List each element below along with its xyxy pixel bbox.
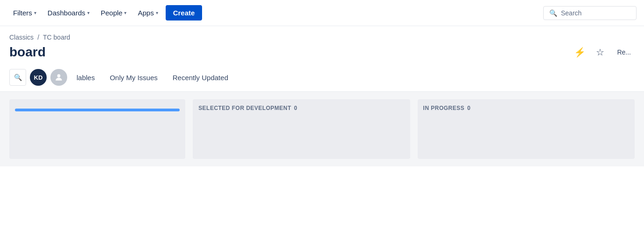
board-col-in-progress: IN PROGRESS 0 xyxy=(418,99,635,159)
lightning-icon-button[interactable]: ⚡ xyxy=(572,45,587,60)
col-inprogress-count: 0 xyxy=(467,105,470,111)
create-button[interactable]: Create xyxy=(166,5,203,21)
board-col-selected: SELECTED FOR DEVELOPMENT 0 xyxy=(193,99,410,159)
star-icon: ☆ xyxy=(596,47,604,58)
breadcrumb-separator: / xyxy=(37,34,39,41)
filter-assignables[interactable]: lables xyxy=(71,71,100,84)
people-chevron-icon: ▾ xyxy=(124,10,126,15)
col-selected-count: 0 xyxy=(294,105,297,111)
dashboards-chevron-icon: ▾ xyxy=(87,10,90,15)
avatar-anonymous[interactable] xyxy=(50,69,67,86)
filter-recently-updated[interactable]: Recently Updated xyxy=(167,71,234,84)
nav-dashboards-label: Dashboards xyxy=(48,9,85,17)
nav-dashboards[interactable]: Dashboards ▾ xyxy=(42,5,95,21)
page-title-row: board ⚡ ☆ Re... xyxy=(0,43,644,65)
board-area: SELECTED FOR DEVELOPMENT 0 IN PROGRESS 0 xyxy=(0,92,644,166)
more-actions-button[interactable]: Re... xyxy=(613,47,635,58)
avatar-kd[interactable]: KD xyxy=(30,69,47,86)
nav-filters-label: Filters xyxy=(13,9,32,17)
board-col-backlog xyxy=(9,99,185,159)
breadcrumb: Classics / TC board xyxy=(0,26,644,43)
col-selected-label: SELECTED FOR DEVELOPMENT xyxy=(198,105,291,111)
col-inprogress-header: IN PROGRESS 0 xyxy=(423,105,629,111)
page-title: board xyxy=(9,45,572,60)
lightning-icon: ⚡ xyxy=(574,47,586,58)
nav-apps[interactable]: Apps ▾ xyxy=(132,5,163,21)
top-nav: Filters ▾ Dashboards ▾ People ▾ Apps ▾ C… xyxy=(0,0,644,26)
board-search-button[interactable]: 🔍 xyxy=(9,69,26,86)
title-actions: ⚡ ☆ Re... xyxy=(572,45,635,60)
col-inprogress-label: IN PROGRESS xyxy=(423,105,465,111)
filter-only-my-issues[interactable]: Only My Issues xyxy=(104,71,163,84)
nav-people-label: People xyxy=(101,9,123,17)
search-placeholder: Search xyxy=(561,9,581,17)
nav-apps-label: Apps xyxy=(138,9,154,17)
board-search-icon: 🔍 xyxy=(14,74,22,81)
apps-chevron-icon: ▾ xyxy=(156,10,158,15)
breadcrumb-project[interactable]: Classics xyxy=(9,34,34,41)
global-search[interactable]: 🔍 Search xyxy=(543,6,637,20)
person-icon xyxy=(54,73,63,82)
backlog-progress-bar xyxy=(15,109,180,111)
star-icon-button[interactable]: ☆ xyxy=(593,45,608,60)
filters-chevron-icon: ▾ xyxy=(34,10,36,15)
svg-point-0 xyxy=(57,74,61,77)
toolbar-row: 🔍 KD lables Only My Issues Recently Upda… xyxy=(0,65,644,92)
nav-people[interactable]: People ▾ xyxy=(95,5,133,21)
nav-filters[interactable]: Filters ▾ xyxy=(7,5,42,21)
col-selected-header: SELECTED FOR DEVELOPMENT 0 xyxy=(198,105,404,111)
global-search-icon: 🔍 xyxy=(549,9,557,17)
breadcrumb-board: TC board xyxy=(43,34,70,41)
